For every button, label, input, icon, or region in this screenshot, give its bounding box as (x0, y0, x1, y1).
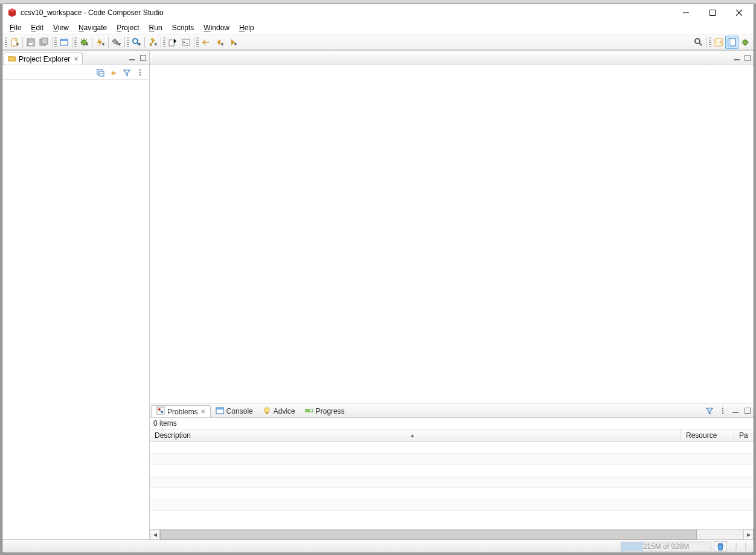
table-row[interactable] (150, 465, 754, 476)
toolbar-grip[interactable] (163, 37, 165, 48)
scroll-right-button[interactable]: ▸ (743, 530, 754, 540)
menu-navigate[interactable]: Navigate (74, 22, 112, 33)
folder-icon (8, 54, 16, 64)
editor-tabstrip (150, 51, 754, 65)
svg-point-38 (722, 409, 723, 411)
run-gc-button[interactable] (714, 541, 727, 552)
minimize-bottom-button[interactable] (731, 406, 740, 415)
table-row[interactable] (150, 454, 754, 465)
build-button[interactable]: ▼ (110, 36, 123, 49)
table-row[interactable] (150, 488, 754, 499)
column-resource[interactable]: Resource (681, 429, 734, 441)
tab-problems[interactable]: Problems ✕ (151, 405, 211, 417)
menu-run[interactable]: Run (144, 22, 167, 33)
scroll-left-button[interactable]: ◂ (150, 530, 160, 540)
tab-progress[interactable]: Progress (300, 405, 350, 417)
menu-project[interactable]: Project (112, 22, 144, 33)
menu-scripts[interactable]: Scripts (167, 22, 199, 33)
minimize-view-button[interactable] (127, 53, 137, 63)
toolbar-grip[interactable] (196, 37, 199, 48)
collapse-all-button[interactable] (95, 67, 106, 78)
torch-button[interactable]: ▼ (146, 36, 159, 49)
menu-help[interactable]: Help (234, 22, 259, 33)
forward-button[interactable]: ▼ (226, 36, 239, 49)
getting-started-button[interactable] (57, 36, 71, 49)
new-connection-button[interactable] (166, 36, 179, 49)
bottom-pane: Problems ✕ Console Advice (150, 403, 754, 539)
scroll-track[interactable] (160, 530, 743, 540)
scroll-thumb[interactable] (160, 530, 697, 540)
app-window: ccsv10_workspace - Code Composer Studio … (2, 4, 754, 553)
svg-rect-40 (732, 412, 738, 413)
editor-area[interactable] (150, 65, 754, 403)
maximize-view-button[interactable] (138, 53, 148, 63)
svg-rect-7 (60, 39, 68, 41)
heap-label: 215M of 928M (643, 542, 690, 551)
view-menu-button[interactable] (135, 67, 146, 78)
tab-advice[interactable]: Advice (258, 405, 300, 417)
close-button[interactable] (726, 4, 752, 21)
titlebar[interactable]: ccsv10_workspace - Code Composer Studio (2, 4, 754, 21)
problems-table-body[interactable] (150, 442, 754, 529)
column-path[interactable]: Pa (734, 429, 753, 441)
terminal-button[interactable] (179, 36, 193, 49)
maximize-bottom-button[interactable] (743, 406, 752, 415)
menubar: File Edit View Navigate Project Run Scri… (2, 21, 754, 34)
project-explorer-body[interactable] (2, 80, 149, 539)
problems-view-menu-button[interactable] (717, 405, 728, 416)
toolbar-grip[interactable] (127, 37, 129, 48)
svg-rect-27 (745, 55, 751, 60)
save-all-button[interactable] (37, 36, 51, 49)
svg-rect-42 (719, 544, 722, 545)
quick-access-search-button[interactable] (692, 36, 705, 49)
svg-rect-17 (728, 39, 731, 46)
svg-point-37 (722, 407, 723, 408)
table-row[interactable] (150, 499, 754, 511)
new-button[interactable]: ▼ (8, 36, 21, 49)
maximize-button[interactable] (699, 4, 726, 21)
menu-view[interactable]: View (48, 22, 74, 33)
svg-point-23 (139, 69, 141, 70)
toolbar-grip[interactable] (54, 37, 57, 48)
search-toolbar-button[interactable]: ▼ (130, 36, 143, 49)
menu-window[interactable]: Window (199, 22, 234, 33)
heap-status[interactable]: 215M of 928M (621, 542, 711, 551)
svg-rect-28 (157, 407, 164, 414)
svg-point-13 (695, 39, 700, 43)
column-description[interactable]: Description ▲ (150, 429, 681, 441)
ccs-debug-perspective-button[interactable] (738, 36, 752, 49)
table-row[interactable] (150, 442, 754, 454)
minimize-button[interactable] (673, 4, 699, 21)
problems-filter-button[interactable] (704, 405, 715, 416)
menu-edit[interactable]: Edit (26, 22, 48, 33)
svg-point-29 (158, 408, 161, 411)
save-button[interactable] (24, 36, 37, 49)
toolbar-grip[interactable] (74, 37, 77, 48)
svg-rect-19 (129, 59, 135, 60)
toolbar-grip[interactable] (709, 37, 711, 48)
minimize-editor-button[interactable] (732, 53, 742, 63)
tab-project-explorer[interactable]: Project Explorer ✕ (4, 53, 83, 65)
menu-file[interactable]: File (5, 22, 26, 33)
link-editor-button[interactable] (108, 67, 119, 78)
table-row[interactable] (150, 476, 754, 488)
svg-rect-5 (42, 38, 48, 44)
ccs-edit-perspective-button[interactable] (725, 36, 738, 49)
horizontal-scrollbar[interactable]: ◂ ▸ (150, 529, 754, 539)
statusbar: 215M of 928M ⋮ ⋮ (2, 539, 754, 553)
svg-rect-32 (216, 408, 223, 409)
open-perspective-button[interactable] (712, 36, 725, 49)
filter-button[interactable] (121, 67, 132, 78)
toolbar-grip[interactable] (5, 37, 7, 48)
close-icon[interactable]: ✕ (200, 408, 205, 415)
close-icon[interactable]: ✕ (74, 56, 78, 62)
maximize-editor-button[interactable] (743, 53, 752, 63)
svg-point-33 (264, 408, 269, 412)
advice-label: Advice (274, 407, 295, 415)
svg-rect-0 (710, 10, 716, 16)
tab-console[interactable]: Console (211, 405, 258, 417)
back-history-button[interactable] (199, 36, 213, 49)
back-button[interactable]: ▼ (213, 36, 226, 49)
flash-button[interactable]: ▼ (94, 36, 107, 49)
debug-button[interactable]: ▼ (77, 36, 91, 49)
